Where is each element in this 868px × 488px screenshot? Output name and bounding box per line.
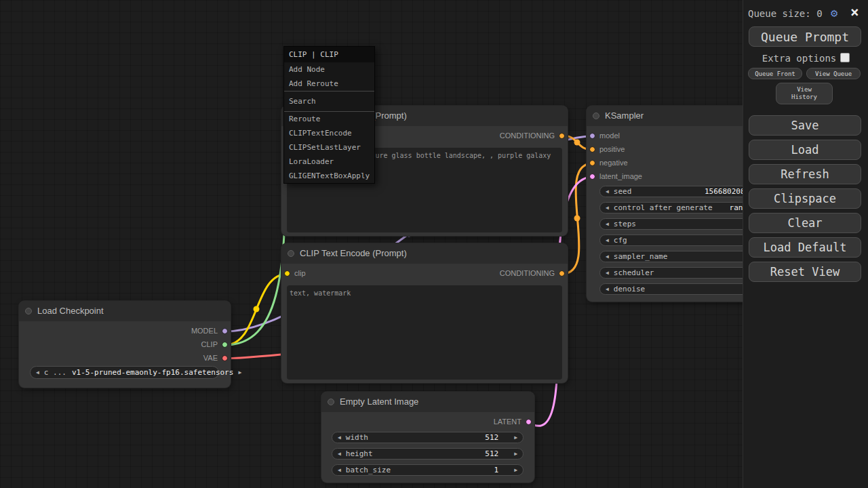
node-title: Empty Latent Image [340, 396, 418, 407]
decrement-arrow-icon[interactable] [606, 235, 609, 246]
next-option-arrow-icon[interactable] [238, 367, 241, 378]
widget-label: height [346, 449, 373, 458]
decrement-arrow-icon[interactable] [606, 251, 609, 262]
menu-item-clipsetlastlayer[interactable]: CLIPSetLastLayer [284, 140, 374, 155]
queue-front-button[interactable]: Queue Front [748, 68, 802, 79]
conditioning-output-port[interactable] [559, 133, 565, 139]
batch-size-widget[interactable]: batch_size 1 [332, 464, 524, 476]
widget-label: sampler_name [614, 252, 667, 261]
node-status-dot [593, 113, 599, 119]
latent-output-port[interactable] [526, 419, 532, 425]
model-output-label: MODEL [191, 326, 218, 336]
widget-label: denoise [614, 285, 645, 293]
ckpt-name-widget[interactable]: c ... v1-5-pruned-emaonly-fp16.safetenso… [30, 366, 219, 379]
context-menu-title: CLIP | CLIP [284, 47, 374, 62]
clip-input-label: clip [294, 268, 306, 278]
load-button[interactable]: Load [749, 140, 861, 160]
increment-arrow-icon[interactable] [514, 464, 517, 476]
negative-prompt-textarea[interactable]: text, watermark [287, 285, 562, 380]
menu-item-reroute[interactable]: Reroute [284, 112, 374, 126]
node-title-bar[interactable]: Empty Latent Image [321, 392, 534, 412]
reset-view-button[interactable]: Reset View [749, 262, 861, 282]
decrement-arrow-icon[interactable] [338, 448, 341, 460]
menu-item-gligentextboxapply[interactable]: GLIGENTextBoxApply [284, 169, 374, 183]
vae-output-label: VAE [203, 353, 218, 363]
cfg-widget[interactable]: cfg [599, 235, 764, 246]
positive-link-midpoint-dot[interactable] [574, 140, 580, 146]
extra-options-checkbox[interactable] [840, 53, 850, 62]
widget-label: c ... [44, 368, 66, 377]
model-output-port[interactable] [222, 328, 228, 334]
widget-label: control after generate [614, 203, 713, 212]
steps-widget[interactable]: steps [599, 218, 764, 230]
node-load-checkpoint[interactable]: Load Checkpoint MODEL CLIP VAE c ... v1-… [19, 301, 231, 388]
node-status-dot [288, 250, 294, 257]
seed-widget[interactable]: seed 1566802087 [599, 186, 764, 197]
node-body: MODEL CLIP VAE c ... v1-5-pruned-emaonly… [19, 321, 231, 388]
increment-arrow-icon[interactable] [514, 448, 517, 460]
decrement-arrow-icon[interactable] [338, 432, 341, 443]
width-widget[interactable]: width 512 [332, 432, 524, 443]
widget-value[interactable]: v1-5-pruned-emaonly-fp16.safetensors [72, 368, 233, 377]
clip-output-port[interactable] [222, 342, 228, 348]
refresh-button[interactable]: Refresh [749, 164, 861, 184]
clip-link-midpoint-dot[interactable] [254, 306, 260, 312]
view-history-button[interactable]: View History [776, 83, 833, 104]
node-status-dot [25, 308, 32, 314]
widget-label: batch_size [346, 466, 391, 474]
decrement-arrow-icon[interactable] [606, 218, 609, 230]
node-clip-text-encode-negative[interactable]: CLIP Text Encode (Prompt) clip CONDITION… [281, 243, 568, 383]
view-queue-button[interactable]: View Queue [806, 68, 861, 79]
latent-image-input-port[interactable] [589, 174, 595, 180]
vae-output-port[interactable] [222, 355, 228, 361]
clip-input-port[interactable] [284, 270, 290, 277]
control-after-generate-widget[interactable]: control after generate randomize [599, 202, 764, 214]
negative-input-port[interactable] [589, 160, 595, 166]
graph-canvas[interactable]: CLIP Text Encode (Prompt) clip CONDITION… [0, 0, 868, 488]
decrement-arrow-icon[interactable] [606, 283, 609, 295]
widget-label: width [346, 433, 368, 442]
model-input-port[interactable] [589, 133, 595, 139]
latent-image-input-label: latent_image [599, 171, 642, 181]
latent-output-label: LATENT [494, 417, 521, 426]
negative-input-label: negative [599, 158, 628, 167]
node-title: Load Checkpoint [37, 306, 104, 316]
menu-item-add-reroute[interactable]: Add Reroute [284, 77, 374, 91]
menu-item-cliptextencode[interactable]: CLIPTextEncode [284, 126, 374, 140]
clipspace-button[interactable]: Clipspace [749, 188, 861, 209]
widget-value[interactable]: 1 [494, 466, 499, 474]
height-widget[interactable]: height 512 [332, 448, 524, 460]
conditioning-output-label: CONDITIONING [500, 131, 555, 140]
sampler-name-widget[interactable]: sampler_name [599, 251, 764, 262]
decrement-arrow-icon[interactable] [338, 464, 341, 476]
positive-input-label: positive [599, 144, 625, 154]
negative-link-midpoint-dot[interactable] [574, 216, 580, 222]
clip-output-label: CLIP [201, 340, 218, 349]
node-body: LATENT width 512 height 512 batch_size 1 [321, 412, 534, 483]
close-icon[interactable]: × [850, 4, 859, 20]
decrement-arrow-icon[interactable] [606, 186, 609, 197]
clear-button[interactable]: Clear [749, 213, 861, 233]
conditioning-output-port[interactable] [559, 270, 565, 277]
node-empty-latent-image[interactable]: Empty Latent Image LATENT width 512 heig… [321, 392, 534, 483]
decrement-arrow-icon[interactable] [606, 267, 609, 279]
menu-item-add-node[interactable]: Add Node [284, 62, 374, 77]
menu-item-loraloader[interactable]: LoraLoader [284, 155, 374, 169]
comfy-menu-panel: Queue size: 0 ⚙ × Queue Prompt Extra opt… [743, 0, 868, 488]
save-button[interactable]: Save [749, 115, 861, 136]
previous-option-arrow-icon[interactable] [36, 367, 39, 378]
decrement-arrow-icon[interactable] [606, 202, 609, 214]
widget-value[interactable]: 512 [485, 433, 498, 442]
node-title-bar[interactable]: Load Checkpoint [19, 301, 231, 321]
increment-arrow-icon[interactable] [514, 432, 517, 443]
queue-prompt-button[interactable]: Queue Prompt [749, 26, 861, 47]
positive-input-port[interactable] [589, 146, 595, 152]
widget-value[interactable]: 512 [485, 449, 498, 458]
denoise-widget[interactable]: denoise [599, 283, 764, 295]
menu-item-search[interactable]: Search [284, 91, 374, 112]
settings-gear-icon[interactable]: ⚙ [831, 6, 837, 20]
load-default-button[interactable]: Load Default [749, 237, 861, 258]
widget-label: cfg [614, 236, 627, 245]
node-title-bar[interactable]: CLIP Text Encode (Prompt) [281, 243, 568, 264]
scheduler-widget[interactable]: scheduler [599, 267, 764, 279]
